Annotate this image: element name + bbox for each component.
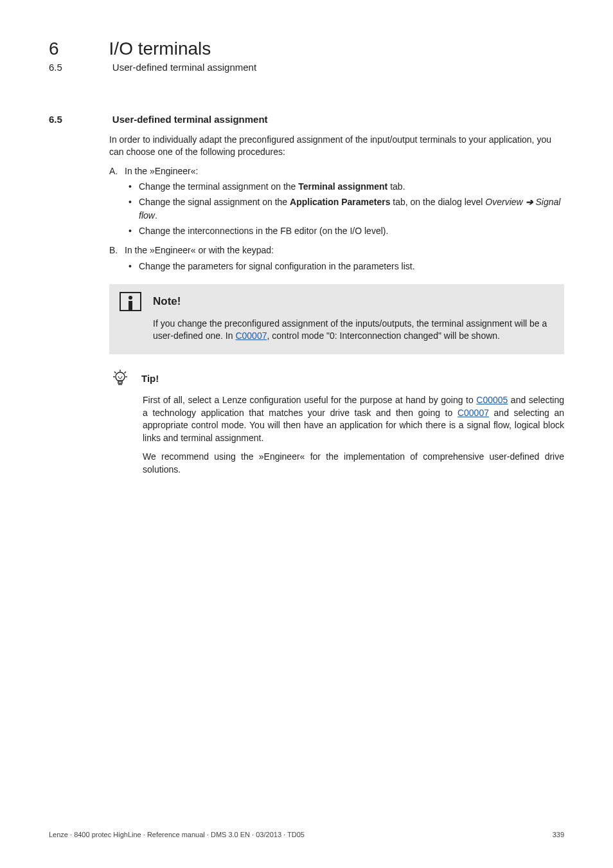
tip-header: Tip! bbox=[109, 368, 564, 388]
tip-body: First of all, select a Lenze configurati… bbox=[143, 394, 564, 476]
bullet-dot-icon: • bbox=[129, 180, 134, 193]
bullet-a1-pre: Change the terminal assignment on the bbox=[139, 181, 298, 192]
chapter-title: I/O terminals bbox=[109, 39, 211, 59]
intro-paragraph: In order to individually adapt the preco… bbox=[109, 134, 564, 158]
subheader-row: 6.5 User-defined terminal assignment bbox=[49, 62, 564, 73]
list-text-b: In the »Engineer« or with the keypad: bbox=[125, 244, 274, 257]
list-text-a: In the »Engineer«: bbox=[125, 165, 198, 177]
list-letter-a: A. bbox=[109, 165, 121, 177]
tip-title: Tip! bbox=[141, 373, 159, 384]
bullet-a2-italic1: Overview bbox=[485, 197, 522, 207]
bullet-a2-post2: . bbox=[155, 210, 157, 221]
svg-line-7 bbox=[125, 372, 127, 374]
tip-link-c00005[interactable]: C00005 bbox=[476, 395, 508, 405]
subheader-number: 6.5 bbox=[49, 62, 62, 73]
section-header: 6.5 User-defined terminal assignment bbox=[49, 114, 564, 125]
info-icon bbox=[120, 292, 141, 311]
note-body: If you change the preconfigured assignme… bbox=[153, 318, 554, 343]
section-number: 6.5 bbox=[49, 114, 62, 125]
svg-point-0 bbox=[116, 372, 125, 381]
separator: _ _ _ _ _ _ _ _ _ _ _ _ _ _ _ _ _ _ _ _ … bbox=[49, 91, 564, 92]
bullet-dot-icon: • bbox=[129, 224, 134, 237]
list-letter-b: B. bbox=[109, 244, 121, 257]
bullet-a1: • Change the terminal assignment on the … bbox=[129, 180, 564, 193]
list-item-a: A. In the »Engineer«: bbox=[109, 165, 564, 177]
note-title: Note! bbox=[153, 295, 181, 308]
page-number: 339 bbox=[553, 831, 564, 838]
bullet-a1-post: tab. bbox=[387, 181, 405, 192]
arrow-icon: ➔ bbox=[523, 197, 536, 207]
chapter-number: 6 bbox=[49, 39, 59, 59]
note-box: Note! If you change the preconfigured as… bbox=[109, 284, 564, 354]
bullet-a3-text: Change the interconnections in the FB ed… bbox=[139, 224, 388, 237]
bullet-dot-icon: • bbox=[129, 260, 134, 273]
tip-link-c00007[interactable]: C00007 bbox=[458, 408, 489, 418]
footer-left: Lenze · 8400 protec HighLine · Reference… bbox=[49, 831, 305, 838]
bullet-b1-text: Change the parameters for signal configu… bbox=[139, 260, 415, 273]
note-link-c00007[interactable]: C00007 bbox=[235, 330, 267, 341]
section-title: User-defined terminal assignment bbox=[112, 114, 268, 125]
note-body-post: , control mode "0: Interconnection chang… bbox=[267, 330, 499, 341]
subheader-title: User-defined terminal assignment bbox=[112, 62, 256, 73]
chapter-header: 6 I/O terminals bbox=[49, 39, 564, 59]
bullet-a2-bold: Application Parameters bbox=[290, 197, 390, 207]
bullet-a3: • Change the interconnections in the FB … bbox=[129, 224, 564, 237]
list-item-b: B. In the »Engineer« or with the keypad: bbox=[109, 244, 564, 257]
svg-rect-1 bbox=[118, 381, 122, 383]
bullet-a1-bold: Terminal assignment bbox=[298, 181, 387, 192]
bullet-a2: • Change the signal assignment on the Ap… bbox=[129, 195, 564, 222]
tip-p1-pre: First of all, select a Lenze configurati… bbox=[143, 395, 476, 405]
bullet-b1: • Change the parameters for signal confi… bbox=[129, 260, 564, 273]
svg-line-6 bbox=[114, 372, 116, 374]
footer: Lenze · 8400 protec HighLine · Reference… bbox=[49, 831, 564, 838]
bullet-a2-post: tab, on the dialog level bbox=[390, 197, 485, 207]
bullet-a2-pre: Change the signal assignment on the bbox=[139, 197, 290, 207]
bullet-dot-icon: • bbox=[129, 195, 134, 222]
lightbulb-icon bbox=[109, 368, 131, 388]
tip-p2: We recommend using the »Engineer« for th… bbox=[143, 451, 564, 476]
